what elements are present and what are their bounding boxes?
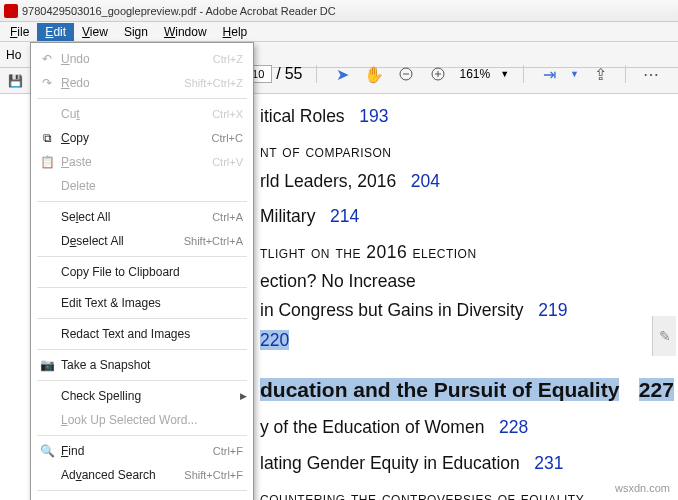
menu-find[interactable]: 🔍FindCtrl+F <box>31 439 253 463</box>
menu-separator <box>37 98 247 99</box>
fit-dropdown-icon[interactable]: ▼ <box>570 69 579 79</box>
copy-icon: ⧉ <box>37 131 57 145</box>
menu-separator <box>37 287 247 288</box>
menu-check-spelling[interactable]: Check Spelling▶ <box>31 384 253 408</box>
section-row: ducation and the Pursuit of Equality 227 <box>260 375 654 405</box>
toc-line: in Congress but Gains in Diversity 219 <box>260 298 654 323</box>
toc-heading: tlight on the 2016 election <box>260 240 654 265</box>
menu-separator <box>37 490 247 491</box>
divider <box>523 65 524 83</box>
menu-snapshot[interactable]: 📷Take a Snapshot <box>31 353 253 377</box>
menu-help[interactable]: Help <box>215 23 256 41</box>
menu-edit[interactable]: Edit <box>37 23 74 41</box>
menu-select-all[interactable]: Select AllCtrl+A <box>31 205 253 229</box>
zoom-level[interactable]: 161% <box>459 67 490 81</box>
menubar: File Edit View Sign Window Help <box>0 22 678 42</box>
toc-line: lating Gender Equity in Education 231 <box>260 451 654 476</box>
menu-separator <box>37 349 247 350</box>
toc-heading: countering the controversies of equality <box>260 486 654 500</box>
menu-file[interactable]: File <box>2 23 37 41</box>
undo-icon: ↶ <box>37 52 57 66</box>
menu-copy-file[interactable]: Copy File to Clipboard <box>31 260 253 284</box>
edit-menu-dropdown: ↶UndoCtrl+Z ↷RedoShift+Ctrl+Z CutCtrl+X … <box>30 42 254 500</box>
menu-edit-text-images[interactable]: Edit Text & Images <box>31 291 253 315</box>
toc-line: Military 214 <box>260 204 654 229</box>
menu-sign[interactable]: Sign <box>116 23 156 41</box>
menu-separator <box>37 256 247 257</box>
divider <box>316 65 317 83</box>
tab-home[interactable]: Ho <box>6 48 21 62</box>
edit-panel-toggle-icon[interactable]: ✎ <box>652 316 676 356</box>
menu-deselect-all[interactable]: Deselect AllShift+Ctrl+A <box>31 229 253 253</box>
share-icon[interactable]: ⇪ <box>589 63 611 85</box>
zoom-dropdown-icon[interactable]: ▼ <box>500 69 509 79</box>
pointer-tool-icon[interactable]: ➤ <box>331 63 353 85</box>
page-total: 55 <box>285 65 303 83</box>
toc-line: ection? No Increase <box>260 269 654 294</box>
zoom-out-icon[interactable] <box>395 63 417 85</box>
window-titlebar: 9780429503016_googlepreview.pdf - Adobe … <box>0 0 678 22</box>
toc-heading: nt of comparison <box>260 139 654 164</box>
menu-separator <box>37 201 247 202</box>
menu-redo: ↷RedoShift+Ctrl+Z <box>31 71 253 95</box>
save-icon[interactable]: 💾 <box>6 72 24 90</box>
menu-view[interactable]: View <box>74 23 116 41</box>
menu-copy[interactable]: ⧉CopyCtrl+C <box>31 126 253 150</box>
zoom-in-icon[interactable] <box>427 63 449 85</box>
app-logo-icon <box>4 4 18 18</box>
submenu-arrow-icon: ▶ <box>240 391 247 401</box>
redo-icon: ↷ <box>37 76 57 90</box>
window-title: 9780429503016_googlepreview.pdf - Adobe … <box>22 5 336 17</box>
menu-delete: Delete <box>31 174 253 198</box>
paste-icon: 📋 <box>37 155 57 169</box>
menu-separator <box>37 318 247 319</box>
menu-lookup-word: Look Up Selected Word... <box>31 408 253 432</box>
toc-line: y of the Education of Women 228 <box>260 415 654 440</box>
menu-protection[interactable]: Protection▶ <box>31 494 253 500</box>
fit-width-icon[interactable]: ⇥ <box>538 63 560 85</box>
menu-undo: ↶UndoCtrl+Z <box>31 47 253 71</box>
menu-window[interactable]: Window <box>156 23 215 41</box>
divider <box>625 65 626 83</box>
menu-cut: CutCtrl+X <box>31 102 253 126</box>
watermark: wsxdn.com <box>615 482 670 494</box>
selected-text: 220 <box>260 330 289 350</box>
toc-line: rld Leaders, 2016 204 <box>260 169 654 194</box>
menu-separator <box>37 435 247 436</box>
menu-separator <box>37 380 247 381</box>
page-sep: / <box>276 65 280 83</box>
menu-redact[interactable]: Redact Text and Images <box>31 322 253 346</box>
hand-tool-icon[interactable]: ✋ <box>363 63 385 85</box>
search-icon: 🔍 <box>37 444 57 458</box>
toc-line: 220 <box>260 328 654 353</box>
camera-icon: 📷 <box>37 358 57 372</box>
menu-paste: 📋PasteCtrl+V <box>31 150 253 174</box>
menu-advanced-search[interactable]: Advanced SearchShift+Ctrl+F <box>31 463 253 487</box>
selected-text: ducation and the Pursuit of Equality <box>260 378 619 401</box>
selected-text: 227 <box>639 378 674 401</box>
toc-line: itical Roles 193 <box>260 104 654 129</box>
more-icon[interactable]: ⋯ <box>640 63 662 85</box>
